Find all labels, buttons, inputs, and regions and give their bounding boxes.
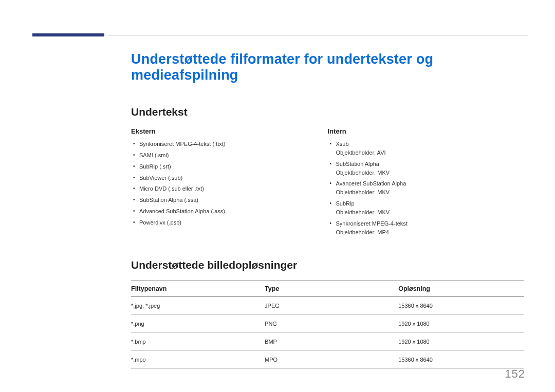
- list-item: Avanceret SubStation Alpha Objektbeholde…: [329, 180, 525, 196]
- list-item-main: Synkroniseret MPEG-4-tekst: [336, 220, 408, 227]
- intern-label: Intern: [328, 127, 525, 135]
- list-item-main: Avanceret SubStation Alpha: [336, 180, 406, 186]
- subtitle-columns: Ekstern Synkroniseret MPEG-4-tekst (.ttx…: [131, 127, 524, 239]
- list-item-sub: Objektbeholder: MKV: [336, 189, 525, 196]
- cell-type: BMP: [265, 333, 398, 351]
- cell-resolution: 15360 x 8640: [398, 297, 524, 315]
- intern-column: Intern Xsub Objektbeholder: AVI SubStati…: [328, 127, 525, 239]
- header-rule: [108, 35, 528, 35]
- list-item-sub: Objektbeholder: MP4: [336, 229, 525, 236]
- table-header-row: Filtypenavn Type Opløsning: [131, 281, 524, 297]
- header-accent-bar: [32, 33, 104, 36]
- list-item: Micro DVD (.sub eller .txt): [132, 185, 328, 193]
- page-title: Understøttede filformater for undertekst…: [131, 51, 524, 83]
- ekstern-label: Ekstern: [131, 127, 328, 135]
- list-item-sub: Objektbeholder: MKV: [336, 169, 525, 177]
- list-item: SubRip (.srt): [132, 163, 328, 171]
- list-item-main: SubRip: [336, 200, 355, 207]
- col-header-filename: Filtypenavn: [131, 281, 265, 297]
- list-item: SAMI (.smi): [132, 152, 328, 159]
- intern-list: Xsub Objektbeholder: AVI SubStation Alph…: [328, 140, 525, 236]
- cell-resolution: 1920 x 1080: [398, 315, 524, 333]
- list-item: Synkroniseret MPEG-4-tekst Objektbeholde…: [329, 220, 525, 236]
- cell-filename: *.png: [131, 315, 265, 333]
- table-row: *.bmp BMP 1920 x 1080: [131, 333, 524, 351]
- cell-type: JPEG: [265, 297, 398, 315]
- table-row: *.mpo MPO 15360 x 8640: [131, 351, 524, 369]
- ekstern-column: Ekstern Synkroniseret MPEG-4-tekst (.ttx…: [131, 127, 328, 239]
- list-item-main: SubStation Alpha: [336, 161, 379, 167]
- list-item: SubRip Objektbeholder: MKV: [329, 200, 525, 216]
- section-heading-resolutions: Understøttede billedopløsninger: [131, 259, 524, 271]
- cell-resolution: 1920 x 1080: [398, 333, 524, 351]
- col-header-resolution: Opløsning: [398, 281, 524, 297]
- section-heading-subtitle: Undertekst: [131, 106, 524, 118]
- ekstern-list: Synkroniseret MPEG-4-tekst (.ttxt) SAMI …: [131, 140, 328, 227]
- cell-filename: *.mpo: [131, 351, 265, 369]
- page: Understøttede filformater for undertekst…: [0, 0, 555, 392]
- table-row: *.png PNG 1920 x 1080: [131, 315, 524, 333]
- cell-filename: *.jpg, *.jpeg: [131, 297, 265, 315]
- list-item: SubViewer (.sub): [132, 174, 328, 182]
- list-item-sub: Objektbeholder: AVI: [336, 149, 525, 157]
- content-area: Understøttede filformater for undertekst…: [131, 51, 524, 369]
- cell-resolution: 15360 x 8640: [398, 351, 524, 369]
- cell-type: MPO: [265, 351, 398, 369]
- list-item: Synkroniseret MPEG-4-tekst (.ttxt): [132, 140, 328, 148]
- list-item: SubStation Alpha (.ssa): [132, 196, 328, 204]
- col-header-type: Type: [265, 281, 398, 297]
- page-number: 152: [505, 367, 525, 381]
- cell-type: PNG: [265, 315, 398, 333]
- resolution-table: Filtypenavn Type Opløsning *.jpg, *.jpeg…: [131, 281, 524, 369]
- list-item-main: Xsub: [336, 141, 349, 147]
- list-item: Powerdivx (.psb): [132, 219, 328, 227]
- list-item-sub: Objektbeholder: MKV: [336, 209, 525, 216]
- list-item: Advanced SubStation Alpha (.ass): [132, 208, 328, 215]
- list-item: SubStation Alpha Objektbeholder: MKV: [329, 160, 525, 177]
- list-item: Xsub Objektbeholder: AVI: [329, 140, 525, 157]
- table-row: *.jpg, *.jpeg JPEG 15360 x 8640: [131, 297, 524, 315]
- cell-filename: *.bmp: [131, 333, 265, 351]
